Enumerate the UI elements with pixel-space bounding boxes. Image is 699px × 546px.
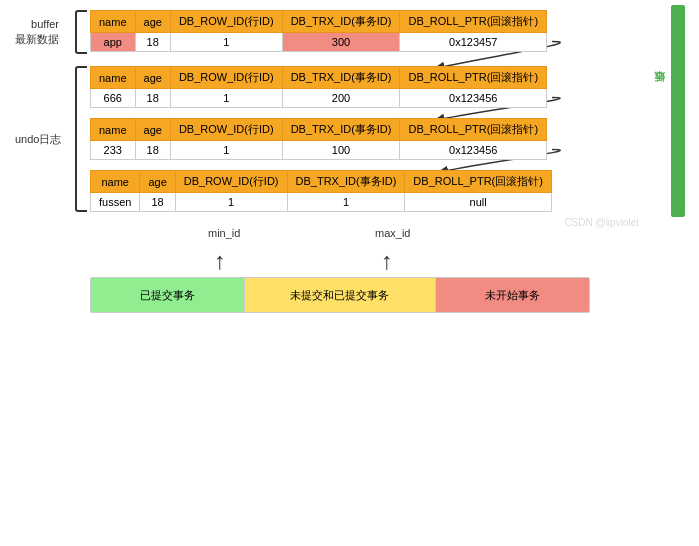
u1-cell-trxid: 200	[282, 89, 400, 108]
u1-cell-age: 18	[135, 89, 170, 108]
buf-cell-age: 18	[135, 33, 170, 52]
buffer-section: buffer最新数据 name age DB_ROW_ID(行ID) DB_TR…	[90, 10, 679, 54]
table-row: 666 18 1 200 0x123456	[91, 89, 547, 108]
u1-cell-name: 666	[91, 89, 136, 108]
undo-table-2-wrapper: name age DB_ROW_ID(行ID) DB_TRX_ID(事务ID) …	[90, 118, 679, 160]
undo-table-2: name age DB_ROW_ID(行ID) DB_TRX_ID(事务ID) …	[90, 118, 547, 160]
u3-cell-name: fussen	[91, 193, 140, 212]
u3-header-name: name	[91, 171, 140, 193]
undo-section: undo日志 name age DB_ROW_ID(行ID) DB_TRX_ID…	[90, 66, 679, 212]
u2-cell-rowid: 1	[170, 141, 282, 160]
table-row: fussen 18 1 1 null	[91, 193, 552, 212]
u1-header-trxid: DB_TRX_ID(事务ID)	[282, 67, 400, 89]
u2-header-age: age	[135, 119, 170, 141]
u2-cell-rollptr: 0x123456	[400, 141, 547, 160]
timeline-committed: 已提交事务	[91, 278, 245, 312]
undo-brace	[75, 66, 87, 212]
u1-cell-rollptr: 0x123456	[400, 89, 547, 108]
buf-cell-rollptr: 0x123457	[400, 33, 547, 52]
timeline-labels-row: min_id max_id	[90, 227, 679, 249]
u2-header-trxid: DB_TRX_ID(事务ID)	[282, 119, 400, 141]
u3-cell-age: 18	[140, 193, 175, 212]
buffer-label: buffer最新数据	[15, 17, 59, 48]
u3-header-rollptr: DB_ROLL_PTR(回滚指针)	[405, 171, 552, 193]
buf-cell-trxid: 300	[282, 33, 400, 52]
u2-header-rowid: DB_ROW_ID(行ID)	[170, 119, 282, 141]
u2-header-rollptr: DB_ROLL_PTR(回滚指针)	[400, 119, 547, 141]
max-id-arrow: ↑	[381, 249, 393, 273]
table-row: app 18 1 300 0x123457	[91, 33, 547, 52]
timeline-section: min_id max_id ↑ ↑ 已提交事务 未提交和已提交事务 未开始事务	[90, 227, 679, 313]
u2-cell-age: 18	[135, 141, 170, 160]
undo-label: undo日志	[15, 132, 61, 147]
watermark: CSDN @lipviolet	[564, 217, 639, 228]
u3-header-age: age	[140, 171, 175, 193]
u3-cell-trxid: 1	[287, 193, 405, 212]
version-chain-bar	[671, 5, 685, 217]
buffer-brace	[75, 10, 87, 54]
u2-cell-trxid: 100	[282, 141, 400, 160]
min-id-label: min_id	[208, 227, 240, 239]
table-row: 233 18 1 100 0x123456	[91, 141, 547, 160]
u1-header-name: name	[91, 67, 136, 89]
u2-cell-name: 233	[91, 141, 136, 160]
u1-header-age: age	[135, 67, 170, 89]
timeline-arrows-row: ↑ ↑	[90, 249, 679, 277]
timeline-mixed: 未提交和已提交事务	[245, 278, 437, 312]
u3-header-rowid: DB_ROW_ID(行ID)	[175, 171, 287, 193]
u3-cell-rollptr: null	[405, 193, 552, 212]
buf-cell-name: app	[91, 33, 136, 52]
u2-header-name: name	[91, 119, 136, 141]
buf-header-rollptr: DB_ROLL_PTR(回滚指针)	[400, 11, 547, 33]
undo-tables: name age DB_ROW_ID(行ID) DB_TRX_ID(事务ID) …	[90, 66, 679, 212]
u1-header-rollptr: DB_ROLL_PTR(回滚指针)	[400, 67, 547, 89]
min-id-arrow: ↑	[214, 249, 226, 273]
undo-table-3-wrapper: name age DB_ROW_ID(行ID) DB_TRX_ID(事务ID) …	[90, 170, 679, 212]
buffer-table-wrapper: name age DB_ROW_ID(行ID) DB_TRX_ID(事务ID) …	[90, 10, 547, 52]
max-id-label: max_id	[375, 227, 410, 239]
buf-header-trxid: DB_TRX_ID(事务ID)	[282, 11, 400, 33]
u1-header-rowid: DB_ROW_ID(行ID)	[170, 67, 282, 89]
u1-cell-rowid: 1	[170, 89, 282, 108]
buf-header-age: age	[135, 11, 170, 33]
buffer-table: name age DB_ROW_ID(行ID) DB_TRX_ID(事务ID) …	[90, 10, 547, 52]
undo-table-3: name age DB_ROW_ID(行ID) DB_TRX_ID(事务ID) …	[90, 170, 552, 212]
u3-cell-rowid: 1	[175, 193, 287, 212]
timeline-uncommitted: 未开始事务	[436, 278, 589, 312]
undo-table-1: name age DB_ROW_ID(行ID) DB_TRX_ID(事务ID) …	[90, 66, 547, 108]
undo-table-1-wrapper: name age DB_ROW_ID(行ID) DB_TRX_ID(事务ID) …	[90, 66, 679, 108]
diagram-container: buffer最新数据 name age DB_ROW_ID(行ID) DB_TR…	[0, 0, 699, 323]
buf-header-name: name	[91, 11, 136, 33]
buf-header-rowid: DB_ROW_ID(行ID)	[170, 11, 282, 33]
timeline-bar: 已提交事务 未提交和已提交事务 未开始事务	[90, 277, 590, 313]
u3-header-trxid: DB_TRX_ID(事务ID)	[287, 171, 405, 193]
buf-cell-rowid: 1	[170, 33, 282, 52]
